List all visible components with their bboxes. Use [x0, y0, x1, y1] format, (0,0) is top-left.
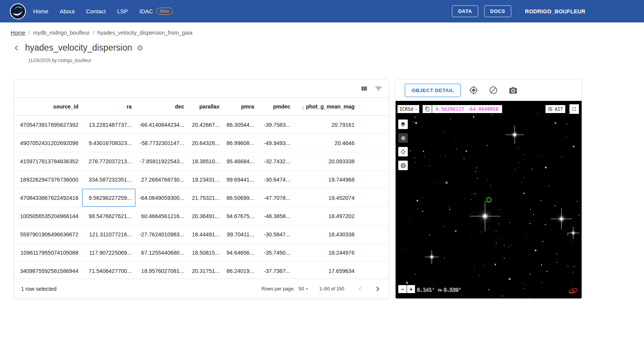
- cell-pmra[interactable]: 86.99608...: [223, 134, 258, 152]
- viewer-settings-button[interactable]: [398, 133, 408, 143]
- column-header-pmdec[interactable]: pmdec: [258, 104, 294, 110]
- goto-target-button[interactable]: [398, 147, 408, 157]
- cell-pmdec[interactable]: -30.6474...: [258, 171, 294, 188]
- cell-source_id[interactable]: 1096117955074105088: [14, 244, 82, 261]
- table-row[interactable]: 1096117955074105088117.907225069...67.12…: [14, 244, 388, 262]
- cell-phot_g_mean_mag[interactable]: 17.659634: [294, 262, 358, 280]
- cell-phot_g_mean_mag[interactable]: 20.79161: [294, 116, 358, 134]
- projection-select[interactable]: AIT: [545, 105, 566, 113]
- column-header-dec[interactable]: dec: [135, 104, 188, 110]
- sort-desc-icon[interactable]: ↓: [302, 104, 305, 110]
- aladin-logo[interactable]: [568, 287, 579, 296]
- crosshair-target-icon[interactable]: [469, 86, 478, 95]
- cell-parallax[interactable]: 18.50815...: [188, 244, 223, 261]
- cell-parallax[interactable]: 21.75321...: [188, 189, 223, 207]
- cell-pmdec[interactable]: -49.9493...: [258, 134, 294, 152]
- cell-pmra[interactable]: 95.46684...: [223, 152, 258, 170]
- cell-parallax[interactable]: 18.44491...: [188, 225, 223, 243]
- cell-dec[interactable]: -66.4140844234...: [135, 116, 188, 134]
- previous-page-button[interactable]: [356, 284, 365, 293]
- zoom-out-button[interactable]: −: [398, 285, 407, 293]
- cell-source_id[interactable]: 3409875592581586944: [14, 262, 82, 280]
- block-icon[interactable]: [489, 86, 498, 95]
- column-header-source_id[interactable]: source_id: [14, 104, 82, 110]
- table-row[interactable]: 4159717813784836352276.772037213...-7.85…: [14, 152, 388, 171]
- cell-pmra[interactable]: 86.30544...: [223, 116, 258, 134]
- cell-source_id[interactable]: 4705473917895627392: [14, 116, 82, 134]
- column-header-ra[interactable]: ra: [82, 104, 135, 110]
- cell-pmdec[interactable]: -47.7078...: [258, 189, 294, 207]
- cell-phot_g_mean_mag[interactable]: 18.244976: [294, 244, 358, 261]
- cell-pmdec[interactable]: -35.7450...: [258, 244, 294, 261]
- cell-dec[interactable]: -7.85811922543...: [135, 152, 188, 170]
- user-menu[interactable]: RODRIGO_BOUFLEUR: [525, 8, 585, 14]
- cell-phot_g_mean_mag[interactable]: 20.093338: [294, 152, 358, 170]
- cell-pmdec[interactable]: -37.7367...: [258, 262, 294, 280]
- cell-pmdec[interactable]: -48.3858...: [258, 207, 294, 225]
- cell-ra[interactable]: 276.772037213...: [82, 152, 135, 170]
- table-row[interactable]: 470547391789562739213.2281487737...-66.4…: [14, 116, 388, 134]
- cell-pmra[interactable]: 94.67675...: [223, 207, 258, 225]
- cell-source_id[interactable]: 1892262947376736000: [14, 171, 82, 188]
- layers-button[interactable]: [398, 119, 408, 129]
- copy-coordinates-button[interactable]: [422, 105, 432, 113]
- cell-pmra[interactable]: 94.64656...: [223, 244, 258, 261]
- table-row[interactable]: 47084338676224924169.56296227259...-64.0…: [14, 189, 388, 207]
- filter-icon[interactable]: [375, 85, 382, 92]
- cell-parallax[interactable]: 19.23431...: [188, 171, 223, 188]
- table-row[interactable]: 1892262947376736000334.587232351...27.26…: [14, 171, 388, 189]
- cell-parallax[interactable]: 20.31751...: [188, 262, 223, 280]
- cell-phot_g_mean_mag[interactable]: 18.497202: [294, 207, 358, 225]
- cell-ra[interactable]: 13.2281487737...: [82, 116, 135, 134]
- cell-ra[interactable]: 334.587232351...: [82, 171, 135, 188]
- data-button[interactable]: DATA: [452, 5, 478, 17]
- cell-ra[interactable]: 9.43016708323...: [82, 134, 135, 152]
- table-row[interactable]: 49070524312026920969.43016708323...-58.7…: [14, 134, 388, 152]
- cell-parallax[interactable]: 20.42667...: [188, 116, 223, 134]
- breadcrumb-item[interactable]: Home: [11, 30, 25, 36]
- grid-sphere-button[interactable]: [398, 160, 408, 171]
- cell-source_id[interactable]: 4159717813784836352: [14, 152, 82, 170]
- nav-item-about[interactable]: About: [60, 8, 75, 14]
- table-settings-gear-icon[interactable]: ⚙: [137, 44, 143, 52]
- column-header-phot_g_mean_mag[interactable]: ↓phot_g_mean_mag: [294, 104, 358, 110]
- cell-parallax[interactable]: 18.38510...: [188, 152, 223, 170]
- cell-dec[interactable]: 27.2684768730...: [135, 171, 188, 188]
- cell-source_id[interactable]: 4907052431202692096: [14, 134, 82, 152]
- cell-phot_g_mean_mag[interactable]: 19.744968: [294, 171, 358, 188]
- nav-item-idac[interactable]: IDACBeta: [139, 8, 172, 15]
- cell-source_id[interactable]: 4708433867622492416: [14, 189, 82, 207]
- cell-dec[interactable]: 60.4664561216...: [135, 207, 188, 225]
- cell-parallax[interactable]: 20.36491...: [188, 207, 223, 225]
- column-header-pmra[interactable]: pmra: [223, 104, 258, 110]
- docs-button[interactable]: DOCS: [484, 5, 512, 17]
- cell-pmra[interactable]: 99.69441...: [223, 171, 258, 188]
- aladin-sky-viewer[interactable]: ICRSd ▾ 9.56296227 -64.0649058 AIT: [396, 101, 582, 298]
- cell-phot_g_mean_mag[interactable]: 19.452074: [294, 189, 358, 207]
- cell-phot_g_mean_mag[interactable]: 20.4646: [294, 134, 358, 152]
- columns-icon[interactable]: [360, 85, 368, 92]
- cell-ra[interactable]: 9.56296227259...: [82, 189, 135, 207]
- cell-parallax[interactable]: 20.64328...: [188, 134, 223, 152]
- cell-source_id[interactable]: 5597901906496636672: [14, 225, 82, 243]
- cell-dec[interactable]: -64.0649059300...: [135, 189, 188, 207]
- nav-item-home[interactable]: Home: [33, 8, 48, 14]
- cell-pmra[interactable]: 99.70411...: [223, 225, 258, 243]
- cell-source_id[interactable]: 1005056535204966144: [14, 207, 82, 225]
- cell-pmdec[interactable]: -30.5847...: [258, 225, 294, 243]
- back-button[interactable]: [11, 43, 21, 53]
- cell-ra[interactable]: 121.311077216...: [82, 225, 135, 243]
- cell-phot_g_mean_mag[interactable]: 18.430338: [294, 225, 358, 243]
- table-row[interactable]: 340987559258158694471.5406427700...18.95…: [14, 262, 388, 280]
- linea-logo[interactable]: [10, 3, 26, 20]
- column-header-parallax[interactable]: parallax: [188, 104, 223, 110]
- cell-pmra[interactable]: 86.24019...: [223, 262, 258, 280]
- cell-ra[interactable]: 71.5406427700...: [82, 262, 135, 280]
- table-row[interactable]: 100505653520496614498.5476627621...60.46…: [14, 207, 388, 225]
- coordinate-frame-select[interactable]: ICRSd ▾: [397, 105, 420, 113]
- cell-pmdec[interactable]: -39.7583...: [258, 116, 294, 134]
- fullscreen-button[interactable]: [569, 104, 579, 114]
- cell-dec[interactable]: 18.9576027081...: [135, 262, 188, 280]
- cell-ra[interactable]: 117.907225069...: [82, 244, 135, 261]
- object-detail-button[interactable]: OBJECT DETAIL: [405, 84, 461, 97]
